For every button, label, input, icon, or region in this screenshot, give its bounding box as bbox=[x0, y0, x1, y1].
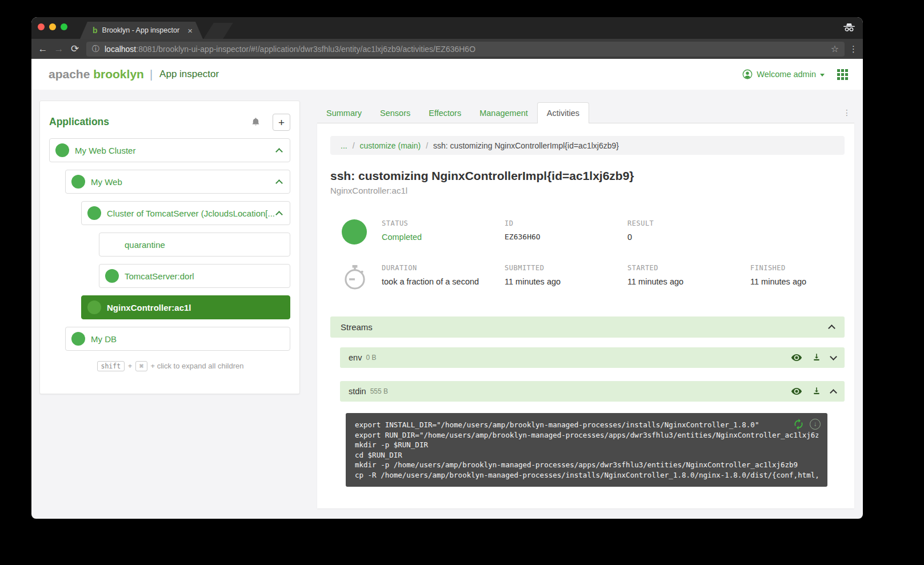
tree-item-cluster-of-tomcatserver-jcloudslocation[interactable]: Cluster of TomcatServer (JcloudsLocation… bbox=[81, 201, 290, 225]
forward-icon[interactable]: → bbox=[51, 43, 67, 55]
browser-window: b Brooklyn - App inspector × ← → ⟳ ⓘ loc… bbox=[31, 17, 863, 519]
status-value: Completed bbox=[382, 233, 505, 242]
id-label: ID bbox=[505, 219, 627, 227]
stream-row-stdin[interactable]: stdin555 B bbox=[340, 381, 845, 402]
entity-status-circle bbox=[105, 269, 119, 283]
stdin-code-block: export INSTALL_DIR="/home/users/amp/broo… bbox=[346, 413, 827, 487]
breadcrumb-current: ssh: customizing NginxControllerImpl{id=… bbox=[433, 141, 619, 150]
user-icon bbox=[742, 69, 753, 79]
collapse-children-icon[interactable] bbox=[275, 148, 283, 155]
add-application-button[interactable]: + bbox=[273, 114, 290, 131]
tree-item-tomcatserver-dorl[interactable]: TomcatServer:dorl bbox=[99, 264, 290, 288]
zoom-window-button[interactable] bbox=[61, 23, 67, 30]
finished-value: 11 minutes ago bbox=[750, 277, 863, 286]
tree-item-quarantine[interactable]: quarantine bbox=[99, 233, 290, 257]
applications-title: Applications bbox=[49, 116, 251, 128]
tree-item-label: My Web Cluster bbox=[75, 146, 277, 155]
duration-value: took a fraction of a second bbox=[382, 277, 505, 286]
submitted-value: 11 minutes ago bbox=[505, 277, 627, 286]
notifications-bell-icon[interactable] bbox=[251, 117, 260, 127]
collapse-children-icon[interactable] bbox=[275, 179, 283, 187]
tree-item-nginxcontroller-ac1l[interactable]: NginxController:ac1l bbox=[81, 295, 290, 319]
entity-status-placeholder bbox=[105, 238, 119, 251]
browser-menu-icon[interactable]: ⋮ bbox=[849, 44, 857, 54]
refresh-icon[interactable]: ⟳ bbox=[67, 43, 83, 55]
streams-header[interactable]: Streams bbox=[330, 316, 845, 338]
collapse-children-icon[interactable] bbox=[275, 211, 283, 218]
tree-item-label: TomcatServer:dorl bbox=[125, 271, 282, 281]
result-label: RESULT bbox=[627, 219, 750, 227]
view-stream-icon[interactable] bbox=[791, 354, 802, 362]
stream-size: 555 B bbox=[370, 387, 791, 395]
download-stream-icon[interactable] bbox=[812, 353, 821, 362]
download-stream-icon[interactable]: ↓ bbox=[810, 419, 821, 430]
user-menu[interactable]: Welcome admin bbox=[742, 69, 825, 79]
url-host: localhost bbox=[105, 45, 136, 54]
status-row: STATUS Completed ID EZ636H6O RESULT 0 bbox=[330, 219, 845, 245]
new-tab-button[interactable] bbox=[203, 23, 233, 39]
tab-options-icon[interactable]: ⋮ bbox=[843, 108, 851, 117]
tree-item-label: My DB bbox=[91, 334, 282, 344]
collapse-stream-icon[interactable] bbox=[830, 389, 837, 396]
url-text: localhost:8081/brooklyn-ui-app-inspector… bbox=[105, 45, 826, 54]
browser-titlebar: b Brooklyn - App inspector × bbox=[31, 17, 863, 39]
site-info-icon[interactable]: ⓘ bbox=[92, 44, 99, 54]
id-value: EZ636H6O bbox=[505, 233, 627, 241]
tab-effectors[interactable]: Effectors bbox=[419, 103, 470, 123]
minimize-window-button[interactable] bbox=[49, 23, 56, 30]
finished-label: FINISHED bbox=[750, 264, 863, 272]
window-controls bbox=[38, 23, 67, 30]
download-stream-icon[interactable] bbox=[812, 387, 821, 396]
refresh-stream-icon[interactable] bbox=[793, 418, 805, 430]
apps-grid-icon[interactable] bbox=[837, 69, 848, 80]
stream-name: env bbox=[349, 353, 362, 362]
entity-status-circle bbox=[87, 206, 101, 220]
tree-item-my-web-cluster[interactable]: My Web Cluster bbox=[49, 138, 290, 162]
chevron-down-icon bbox=[820, 74, 825, 77]
tree-item-label: quarantine bbox=[125, 240, 282, 250]
result-value: 0 bbox=[627, 233, 750, 242]
tree-item-my-web[interactable]: My Web bbox=[65, 170, 290, 194]
logo-separator: | bbox=[150, 68, 153, 81]
timing-row: DURATION took a fraction of a second SUB… bbox=[330, 264, 845, 291]
main-tabs: SummarySensorsEffectorsManagementActivit… bbox=[317, 102, 854, 123]
brooklyn-favicon-icon: b bbox=[93, 26, 98, 35]
streams-collapse-icon[interactable] bbox=[828, 324, 835, 332]
status-circle bbox=[342, 219, 367, 245]
duration-label: DURATION bbox=[382, 264, 505, 272]
browser-toolbar: ← → ⟳ ⓘ localhost:8081/brooklyn-ui-app-i… bbox=[31, 39, 863, 59]
back-icon[interactable]: ← bbox=[35, 43, 51, 55]
stdin-code: export INSTALL_DIR="/home/users/amp/broo… bbox=[355, 420, 818, 480]
activity-subtitle: NginxController:ac1l bbox=[330, 186, 845, 195]
started-value: 11 minutes ago bbox=[627, 277, 750, 286]
entity-status-circle bbox=[55, 143, 69, 157]
url-bar[interactable]: ⓘ localhost:8081/brooklyn-ui-app-inspect… bbox=[86, 42, 845, 57]
applications-panel: Applications + My Web ClusterMy WebClust… bbox=[39, 101, 300, 394]
view-stream-icon[interactable] bbox=[791, 387, 802, 395]
tab-sensors[interactable]: Sensors bbox=[371, 103, 419, 123]
browser-tab[interactable]: b Brooklyn - App inspector × bbox=[80, 22, 203, 39]
bookmark-star-icon[interactable]: ☆ bbox=[831, 43, 839, 54]
close-window-button[interactable] bbox=[38, 23, 45, 30]
breadcrumb-parent[interactable]: customize (main) bbox=[360, 141, 421, 150]
app-title: App inspector bbox=[159, 69, 219, 80]
page-content: Applications + My Web ClusterMy WebClust… bbox=[31, 90, 863, 519]
tab-management[interactable]: Management bbox=[470, 103, 537, 123]
tab-summary[interactable]: Summary bbox=[317, 103, 371, 123]
incognito-icon bbox=[842, 22, 856, 33]
streams-title: Streams bbox=[341, 322, 829, 332]
stream-row-env[interactable]: env0 B bbox=[340, 347, 845, 368]
breadcrumb-ellipsis[interactable]: ... bbox=[341, 141, 347, 150]
status-label: STATUS bbox=[382, 219, 505, 227]
activity-title: ssh: customizing NginxControllerImpl{id=… bbox=[330, 169, 845, 183]
entity-status-circle bbox=[87, 300, 101, 314]
expand-stream-icon[interactable] bbox=[830, 353, 837, 360]
tree-item-label: NginxController:ac1l bbox=[107, 303, 282, 312]
entity-status-circle bbox=[71, 175, 85, 189]
tab-close-icon[interactable]: × bbox=[187, 26, 193, 35]
stream-size: 0 B bbox=[366, 354, 791, 362]
entity-status-circle bbox=[71, 332, 85, 346]
tab-activities[interactable]: Activities bbox=[537, 102, 589, 123]
tree-item-my-db[interactable]: My DB bbox=[65, 327, 290, 351]
tree-item-label: My Web bbox=[91, 177, 277, 187]
